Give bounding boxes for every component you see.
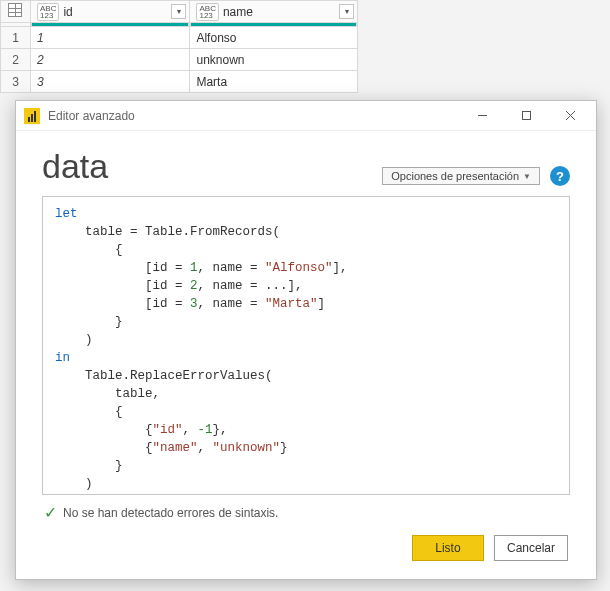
chevron-down-icon: ▼ (523, 172, 531, 181)
cell-id[interactable]: 2 (30, 49, 189, 71)
row-number: 1 (1, 27, 31, 49)
display-options-button[interactable]: Opciones de presentación ▼ (382, 167, 540, 185)
svg-rect-1 (522, 112, 530, 120)
check-icon: ✓ (44, 505, 57, 521)
query-name-heading: data (42, 147, 108, 186)
column-header-name[interactable]: ABC 123 name ▾ (190, 1, 358, 23)
done-button[interactable]: Listo (412, 535, 484, 561)
table-row[interactable]: 1 1 Alfonso (1, 27, 358, 49)
syntax-status: ✓ No se han detectado errores de sintaxi… (42, 495, 570, 521)
table-icon (8, 3, 22, 17)
table-row[interactable]: 3 3 Marta (1, 71, 358, 93)
status-text: No se han detectado errores de sintaxis. (63, 506, 278, 520)
help-icon[interactable]: ? (550, 166, 570, 186)
column-header-id[interactable]: ABC 123 id ▾ (30, 1, 189, 23)
column-label: name (223, 5, 253, 19)
advanced-editor-dialog: Editor avanzado data Opciones de present… (15, 100, 597, 580)
cell-name[interactable]: unknown (190, 49, 358, 71)
table-corner[interactable] (1, 1, 31, 23)
maximize-button[interactable] (504, 102, 548, 130)
table-row[interactable]: 2 2 unknown (1, 49, 358, 71)
powerbi-icon (24, 108, 40, 124)
cell-name[interactable]: Marta (190, 71, 358, 93)
column-filter-name[interactable]: ▾ (339, 4, 354, 19)
titlebar[interactable]: Editor avanzado (16, 101, 596, 131)
row-number: 3 (1, 71, 31, 93)
cell-id[interactable]: 3 (30, 71, 189, 93)
datatype-icon: ABC 123 (37, 3, 59, 21)
datatype-icon: ABC 123 (196, 3, 218, 21)
column-filter-id[interactable]: ▾ (171, 4, 186, 19)
minimize-button[interactable] (460, 102, 504, 130)
column-label: id (63, 5, 72, 19)
cell-name[interactable]: Alfonso (190, 27, 358, 49)
cancel-button[interactable]: Cancelar (494, 535, 568, 561)
close-button[interactable] (548, 102, 592, 130)
dialog-title: Editor avanzado (48, 109, 135, 123)
code-editor[interactable]: let table = Table.FromRecords( { [id = 1… (42, 196, 570, 495)
row-number: 2 (1, 49, 31, 71)
data-grid: ABC 123 id ▾ ABC 123 name ▾ (0, 0, 358, 93)
cell-id[interactable]: 1 (30, 27, 189, 49)
